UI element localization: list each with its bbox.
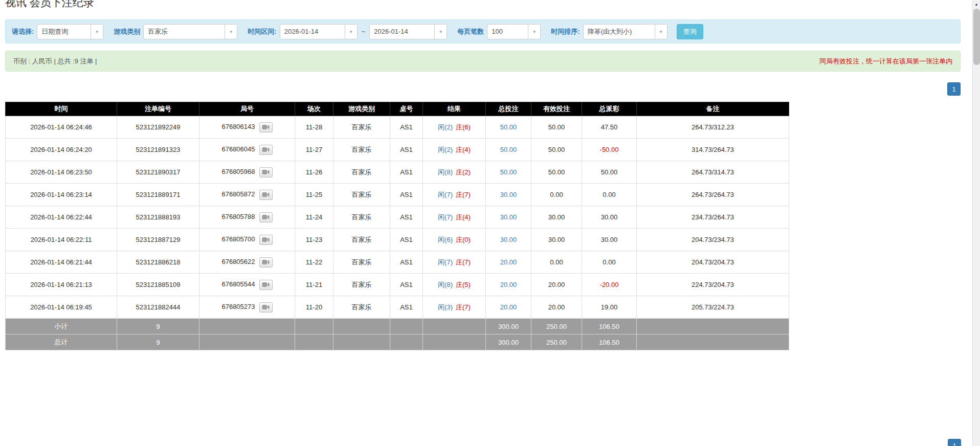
- round-cell: 676805968: [199, 161, 295, 184]
- total-valid-bet: 250.00: [531, 334, 582, 350]
- session-cell: 11-23: [295, 229, 333, 251]
- video-replay-icon[interactable]: [259, 212, 273, 222]
- per-page-label: 每页笔数: [457, 27, 484, 36]
- payout-value: 30.00: [601, 213, 618, 221]
- session-cell: 11-27: [295, 139, 333, 161]
- per-page-dropdown[interactable]: 100 ▾: [487, 24, 541, 39]
- payout-cell: 0.00: [582, 184, 637, 206]
- record-row: 2026-01-14 06:23:14523121889171676805872…: [6, 184, 789, 206]
- round-cell: 676805788: [199, 206, 295, 229]
- scroll-up-arrow[interactable]: ▲: [973, 0, 980, 8]
- total-bet-link[interactable]: 50.00: [500, 168, 517, 176]
- record-row: 2026-01-14 06:24:20523121891323676806045…: [6, 139, 789, 161]
- empty-cell: [295, 319, 333, 334]
- round-cell: 676805622: [199, 251, 295, 274]
- round-cell: 676805273: [199, 296, 295, 319]
- video-replay-icon[interactable]: [259, 122, 273, 132]
- bet-id-cell: 523121886218: [117, 251, 199, 274]
- column-header: 有效投注: [531, 102, 582, 116]
- total-bet-cell: 20.00: [486, 296, 531, 319]
- video-replay-icon[interactable]: [259, 167, 273, 177]
- table-no-cell: AS1: [390, 184, 423, 206]
- result-banker: 庄(7): [456, 303, 471, 311]
- total-bet-link[interactable]: 20.00: [500, 281, 517, 288]
- total-bet-link[interactable]: 20.00: [500, 303, 517, 311]
- bet-id-cell: 523121887129: [117, 229, 199, 251]
- empty-cell: [423, 334, 486, 350]
- total-bet-cell: 50.00: [486, 161, 531, 184]
- bet-id-cell: 523121889171: [117, 184, 199, 206]
- scrollbar-thumb[interactable]: [973, 9, 980, 65]
- empty-cell: [333, 334, 390, 350]
- page-1-button[interactable]: 1: [947, 82, 961, 96]
- record-row: 2026-01-14 06:22:44523121888193676805788…: [6, 206, 789, 229]
- bet-id-cell: 523121891323: [117, 139, 199, 161]
- result-cell: 闲(2)庄(6): [423, 116, 486, 139]
- payout-cell: 30.00: [582, 206, 637, 229]
- page-content: 视讯 会员下注纪录 请选择: 日期查询 ▾ 游戏类别 百家乐 ▾ 时间区间: 2…: [5, 0, 961, 350]
- session-cell: 11-28: [295, 116, 333, 139]
- date-from-dropdown[interactable]: 2026-01-14 ▾: [280, 24, 358, 39]
- round-id: 676805273: [221, 303, 255, 310]
- round-id: 676805544: [221, 280, 255, 288]
- table-no-cell: AS1: [390, 206, 423, 229]
- game-cell: 百家乐: [333, 161, 390, 184]
- column-header: 游戏类别: [333, 102, 390, 116]
- result-player: 闲(7): [438, 191, 453, 198]
- subtotal-valid-bet: 250.00: [531, 319, 582, 334]
- empty-cell: [199, 334, 295, 350]
- subtotal-row: 小计 9 300.00 250.00 106.50: [6, 319, 789, 334]
- result-player: 闲(7): [438, 213, 453, 221]
- vertical-scrollbar[interactable]: ▲: [972, 0, 980, 446]
- per-page-value: 100: [487, 25, 528, 39]
- result-cell: 闲(6)庄(0): [423, 229, 486, 251]
- result-cell: 闲(7)庄(7): [423, 184, 486, 206]
- table-no-cell: AS1: [390, 116, 423, 139]
- video-replay-icon[interactable]: [259, 235, 273, 245]
- time-sort-value: 降幂(由大到小): [584, 25, 655, 39]
- game-category-dropdown[interactable]: 百家乐 ▾: [143, 24, 237, 39]
- result-banker: 庄(2): [456, 168, 471, 176]
- date-to-dropdown[interactable]: 2026-01-14 ▾: [369, 24, 447, 39]
- time-range-label: 时间区间:: [248, 27, 276, 36]
- total-count: 9: [117, 334, 199, 350]
- total-bet-link[interactable]: 50.00: [500, 123, 517, 131]
- table-header-row: 时间注单编号局号场次游戏类别桌号结果总投注有效投注总派彩备注: [6, 102, 789, 116]
- valid-bet-cell: 20.00: [531, 274, 582, 296]
- total-bet-cell: 20.00: [486, 274, 531, 296]
- valid-bet-cell: 30.00: [531, 229, 582, 251]
- total-bet-link[interactable]: 30.00: [500, 191, 517, 198]
- query-type-dropdown[interactable]: 日期查询 ▾: [37, 24, 103, 39]
- time-cell: 2026-01-14 06:21:44: [6, 251, 117, 274]
- search-button[interactable]: 查询: [677, 24, 703, 39]
- total-bet-link[interactable]: 30.00: [500, 236, 517, 243]
- round-cell: 676805544: [199, 274, 295, 296]
- empty-cell: [295, 334, 333, 350]
- subtotal-total-bet: 300.00: [486, 319, 531, 334]
- column-header: 时间: [6, 102, 117, 116]
- time-cell: 2026-01-14 06:23:50: [6, 161, 117, 184]
- table-no-cell: AS1: [390, 274, 423, 296]
- caret-down-icon: ▾: [345, 25, 357, 39]
- video-replay-icon[interactable]: [259, 257, 273, 267]
- total-bet-link[interactable]: 50.00: [500, 146, 517, 153]
- remark-cell: 234.73/264.73: [637, 206, 789, 229]
- video-replay-icon[interactable]: [259, 280, 273, 290]
- record-row: 2026-01-14 06:24:46523121892249676806143…: [6, 116, 789, 139]
- video-replay-icon[interactable]: [259, 302, 273, 313]
- time-sort-dropdown[interactable]: 降幂(由大到小) ▾: [583, 24, 667, 39]
- time-cell: 2026-01-14 06:22:44: [6, 206, 117, 229]
- session-cell: 11-20: [295, 296, 333, 319]
- video-replay-icon[interactable]: [259, 145, 273, 155]
- page-1-button-bottom[interactable]: 1: [948, 439, 961, 446]
- total-total-bet: 300.00: [486, 334, 531, 350]
- round-cell: 676805872: [199, 184, 295, 206]
- record-row: 2026-01-14 06:21:44523121886218676805622…: [6, 251, 789, 274]
- total-bet-link[interactable]: 30.00: [500, 213, 517, 221]
- summary-info-text: 币别 : 人民币 | 总共 :9 注单 |: [13, 57, 97, 66]
- result-banker: 庄(0): [456, 236, 471, 243]
- total-bet-link[interactable]: 20.00: [500, 258, 517, 266]
- total-bet-cell: 50.00: [486, 116, 531, 139]
- query-type-value: 日期查询: [37, 25, 91, 39]
- video-replay-icon[interactable]: [259, 190, 273, 200]
